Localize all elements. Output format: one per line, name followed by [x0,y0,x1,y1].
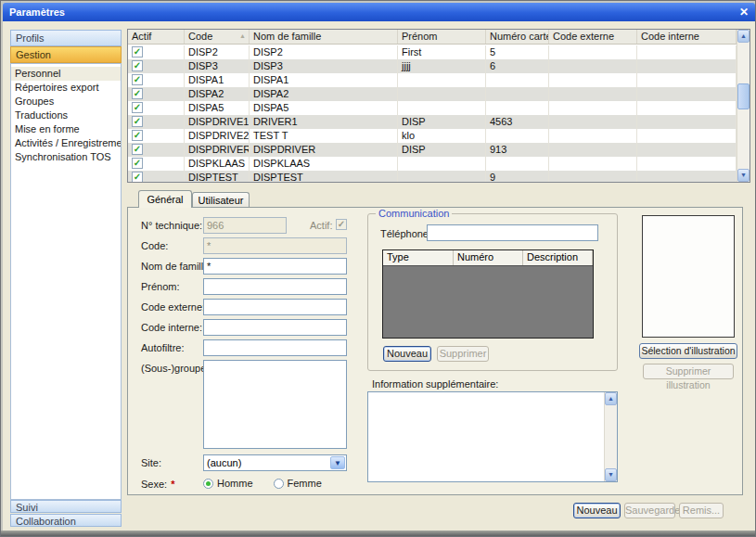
footer-nouveau-button[interactable]: Nouveau [573,503,621,518]
site-select[interactable]: (aucun) ▼ [203,454,347,471]
table-row[interactable]: ✓DISPA1DISPA1 [128,73,737,87]
table-row[interactable]: ✓DISPDRIVE1DRIVER1DISP4563 [128,115,737,129]
close-icon[interactable]: ✕ [739,3,749,21]
checked-checkbox[interactable]: ✓ [132,116,143,127]
field-label: Autofiltre: [141,342,184,353]
phone-supprimer-button[interactable]: Supprimer [437,346,489,362]
checked-checkbox[interactable]: ✓ [132,172,143,182]
table-cell [637,87,737,101]
table-cell: 913 [486,143,549,157]
radio-icon[interactable] [274,479,284,489]
column-header[interactable]: Actif [128,30,185,44]
table-row[interactable]: ✓DISP3DISP3jjjj6 [128,59,737,73]
field-input[interactable] [203,319,347,336]
table-row[interactable]: ✓DISPDRIVE2TEST Tklo [128,129,737,143]
info-textarea[interactable]: ▲ ▼ [367,391,618,482]
checked-checkbox[interactable]: ✓ [132,102,143,113]
chevron-down-icon[interactable]: ▼ [330,456,345,469]
titlebar[interactable]: Paramètres ✕ [3,3,755,21]
table-cell [486,73,549,87]
phone-column-header[interactable]: Type [383,250,454,265]
table-cell [549,73,637,87]
table-cell: DISPDRIVE2 [185,129,250,143]
sidebar-section-gestion[interactable]: Gestion [10,46,122,63]
tab-utilisateur[interactable]: Utilisateur [192,192,250,208]
sidebar-item[interactable]: Synchronisation TOS [11,150,121,164]
table-cell [549,115,637,129]
field-input[interactable] [203,339,347,356]
sidebar-item[interactable]: Activités / Enregistrements [11,136,121,150]
sidebar-list: PersonnelRépertoires exportGroupesTraduc… [10,63,122,500]
table-cell: DISPA2 [185,87,250,101]
table-cell: 5 [486,45,549,59]
phone-column-header[interactable]: Description [523,250,593,265]
select-illustration-button[interactable]: Sélection d'illustration ... [639,343,737,359]
table-cell [637,157,737,171]
sidebar-item[interactable]: Répertoires export [11,81,121,95]
tab-général[interactable]: Général [138,190,192,208]
radio-homme[interactable]: Homme [203,478,253,489]
actif-cell: ✓ [128,129,185,143]
scroll-down-icon[interactable]: ▼ [605,468,617,481]
table-cell [549,171,637,182]
phone-nouveau-button[interactable]: Nouveau [383,346,431,362]
scroll-up-icon[interactable]: ▲ [605,392,617,405]
table-cell [637,73,737,87]
column-header[interactable]: Code interne [637,30,737,44]
footer-remis-button[interactable]: Remis... [679,503,724,518]
table-cell: First [398,45,486,59]
table-cell [398,87,486,101]
checked-checkbox[interactable]: ✓ [132,144,143,155]
field-input[interactable]: * [203,258,347,275]
actif-checkbox[interactable]: ✓ [336,219,347,230]
checked-checkbox[interactable]: ✓ [132,60,143,71]
column-header[interactable]: Code▲ [185,30,250,44]
radio-femme[interactable]: Femme [274,478,322,489]
table-cell [398,171,486,182]
column-header[interactable]: Prénom [398,30,486,44]
scrollbar-thumb[interactable] [737,83,750,109]
column-header[interactable]: Nom de famille [250,30,398,44]
sidebar-section-collaboration[interactable]: Collaboration [10,514,122,527]
checked-checkbox[interactable]: ✓ [132,88,143,99]
radio-icon[interactable] [203,479,213,489]
column-header[interactable]: Code externe [549,30,637,44]
checked-checkbox[interactable]: ✓ [132,74,143,85]
field-input[interactable] [203,278,347,295]
records-table-scrollbar[interactable]: ▲ ▼ [737,30,750,182]
sort-asc-icon: ▲ [239,32,246,39]
table-row[interactable]: ✓DISP2DISP2First5 [128,45,737,59]
records-table-rows: ✓DISP2DISP2First5✓DISP3DISP3jjjj6✓DISPA1… [128,45,737,182]
remove-illustration-button[interactable]: Supprimer illustration [643,364,734,379]
sidebar-section-suivi[interactable]: Suivi [10,500,122,513]
column-header[interactable]: Numéro carte... [486,30,549,44]
phone-column-header[interactable]: Numéro [454,250,523,265]
scroll-up-icon[interactable]: ▲ [737,30,750,43]
scroll-down-icon[interactable]: ▼ [737,169,750,182]
table-cell: klo [398,129,486,143]
groups-listbox[interactable] [203,360,347,449]
table-cell: jjjj [398,59,486,73]
sidebar-item[interactable]: Groupes [11,95,121,109]
sidebar-item[interactable]: Traductions [11,109,121,122]
info-scrollbar[interactable]: ▲ ▼ [604,392,617,481]
table-cell: DISP [398,115,486,129]
sidebar-section-profils[interactable]: Profils [10,30,122,46]
table-cell: DISP3 [250,59,398,73]
field-input[interactable] [203,299,347,315]
telephone-input[interactable] [427,224,598,241]
checked-checkbox[interactable]: ✓ [132,158,143,169]
communication-group: Communication Téléphone: TypeNuméroDescr… [367,213,618,371]
table-row[interactable]: ✓DISPTESTDISPTEST9 [128,171,737,182]
table-cell: DISPKLAAS [185,157,250,171]
table-row[interactable]: ✓DISPA2DISPA2 [128,87,737,101]
sidebar-item[interactable]: Mise en forme [11,122,121,136]
sidebar-item[interactable]: Personnel [11,67,121,81]
footer-sauvegarder-button[interactable]: Sauvegarder [624,503,675,518]
table-row[interactable]: ✓DISPDRIVERDISPDRIVERDISP913 [128,143,737,157]
checked-checkbox[interactable]: ✓ [132,130,143,141]
checked-checkbox[interactable]: ✓ [132,46,143,58]
table-row[interactable]: ✓DISPA5DISPA5 [128,101,737,115]
table-row[interactable]: ✓DISPKLAASDISPKLAAS [128,157,737,171]
field-label: Code externe: [141,301,205,313]
